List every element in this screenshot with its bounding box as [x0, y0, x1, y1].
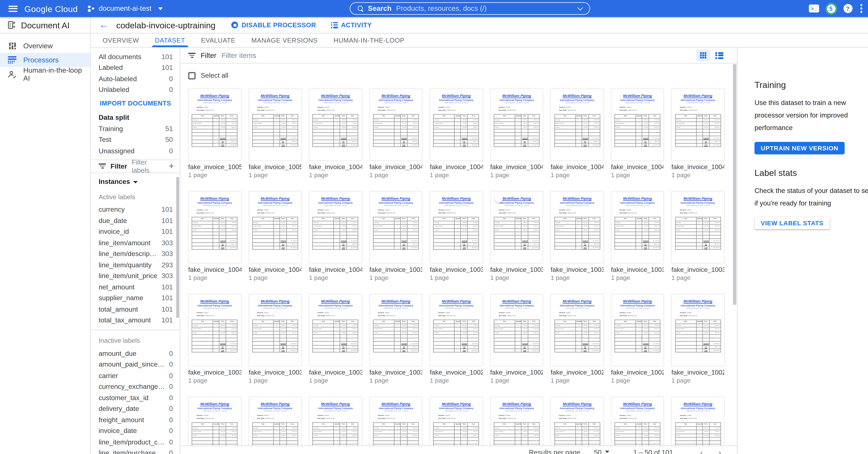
google-cloud-logo[interactable]: Google Cloud: [24, 4, 78, 13]
document-thumbnail[interactable]: McWilliam Piping International Piping Co…: [430, 191, 483, 263]
document-card[interactable]: McWilliam Piping International Piping Co…: [188, 88, 241, 178]
filter-items-input[interactable]: Filter items: [221, 52, 691, 59]
document-thumbnail[interactable]: McWilliam Piping International Piping Co…: [551, 88, 603, 161]
stat-row[interactable]: Labeled 101: [99, 62, 173, 73]
document-card[interactable]: McWilliam Piping International Piping Co…: [672, 294, 724, 384]
document-card[interactable]: McWilliam Piping International Piping Co…: [490, 191, 544, 281]
document-thumbnail[interactable]: McWilliam Piping International Piping Co…: [611, 191, 664, 263]
list-view-toggle[interactable]: [715, 52, 723, 59]
document-thumbnail[interactable]: McWilliam Piping International Piping Co…: [430, 88, 483, 161]
stat-row[interactable]: Unassigned 0: [99, 145, 173, 157]
document-thumbnail[interactable]: McWilliam Piping International Piping Co…: [369, 88, 423, 161]
stat-row[interactable]: total_amount 101: [99, 304, 173, 315]
document-card[interactable]: McWilliam Piping International Piping Co…: [611, 294, 664, 384]
document-thumbnail[interactable]: McWilliam Piping International Piping Co…: [309, 88, 362, 161]
stat-row[interactable]: currency 101: [99, 204, 173, 215]
document-card[interactable]: McWilliam Piping International Piping Co…: [672, 88, 724, 178]
tab-manage-versions[interactable]: MANAGE VERSIONS: [243, 33, 326, 47]
disable-processor-button[interactable]: DISABLE PROCESSOR: [231, 22, 316, 28]
document-thumbnail[interactable]: McWilliam Piping International Piping Co…: [672, 88, 724, 161]
page-size-select[interactable]: 50: [594, 449, 610, 454]
document-thumbnail[interactable]: McWilliam Piping International Piping Co…: [249, 88, 302, 161]
prev-page-button[interactable]: ‹: [700, 449, 703, 454]
document-thumbnail[interactable]: McWilliam Piping International Piping Co…: [551, 294, 603, 366]
stat-row[interactable]: Auto-labeled 0: [99, 73, 173, 84]
stat-row[interactable]: invoice_id 101: [99, 226, 173, 237]
document-thumbnail[interactable]: McWilliam Piping International Piping Co…: [490, 88, 544, 161]
document-card[interactable]: McWilliam Piping International Piping Co…: [430, 88, 483, 178]
document-thumbnail[interactable]: McWilliam Piping International Piping Co…: [249, 294, 302, 366]
document-thumbnail[interactable]: McWilliam Piping International Piping Co…: [672, 191, 724, 263]
document-thumbnail[interactable]: McWilliam Piping International Piping Co…: [430, 294, 483, 366]
document-card[interactable]: McWilliam Piping International Piping Co…: [551, 191, 603, 281]
stat-row[interactable]: Training 51: [99, 123, 173, 134]
search-expand-icon[interactable]: [578, 4, 583, 10]
document-card[interactable]: McWilliam Piping International Piping Co…: [551, 294, 603, 384]
document-thumbnail[interactable]: McWilliam Piping International Piping Co…: [188, 88, 241, 161]
import-documents-link[interactable]: IMPORT DOCUMENTS: [91, 95, 180, 109]
tab-evaluate[interactable]: EVALUATE: [193, 33, 243, 47]
stat-row[interactable]: delivery_date 0: [99, 403, 173, 415]
document-card[interactable]: McWilliam Piping International Piping Co…: [430, 294, 483, 384]
next-page-button[interactable]: ›: [718, 449, 721, 454]
grid-view-toggle[interactable]: [696, 49, 710, 61]
document-card[interactable]: McWilliam Piping International Piping Co…: [611, 191, 664, 281]
document-thumbnail[interactable]: McWilliam Piping International Piping Co…: [249, 191, 302, 263]
document-card[interactable]: McWilliam Piping International Piping Co…: [309, 191, 362, 281]
document-card[interactable]: McWilliam Piping International Piping Co…: [249, 294, 302, 384]
stat-row[interactable]: currency_exchange_rate 0: [99, 381, 173, 392]
document-card[interactable]: McWilliam Piping International Piping Co…: [369, 191, 423, 281]
back-button[interactable]: ←: [96, 20, 112, 30]
document-thumbnail[interactable]: McWilliam Piping International Piping Co…: [490, 294, 544, 366]
stat-row[interactable]: net_amount 101: [99, 282, 173, 293]
document-card[interactable]: McWilliam Piping International Piping Co…: [490, 294, 544, 384]
document-thumbnail[interactable]: McWilliam Piping International Piping Co…: [309, 294, 362, 366]
selection-circle-overlay[interactable]: [495, 195, 503, 203]
document-thumbnail[interactable]: McWilliam Piping International Piping Co…: [611, 88, 664, 161]
stat-row[interactable]: customer_tax_id 0: [99, 392, 173, 403]
document-thumbnail[interactable]: McWilliam Piping International Piping Co…: [369, 191, 423, 263]
document-card[interactable]: McWilliam Piping International Piping Co…: [309, 88, 362, 178]
document-thumbnail[interactable]: McWilliam Piping International Piping Co…: [188, 294, 241, 366]
project-selector[interactable]: document-ai-test: [87, 4, 163, 12]
grid-scrollbar[interactable]: [733, 64, 736, 305]
document-thumbnail[interactable]: McWilliam Piping International Piping Co…: [611, 294, 664, 366]
stat-row[interactable]: All documents 101: [99, 51, 173, 62]
document-thumbnail[interactable]: McWilliam Piping International Piping Co…: [369, 294, 423, 366]
document-card[interactable]: McWilliam Piping International Piping Co…: [188, 191, 241, 281]
help-icon[interactable]: ?: [843, 4, 852, 13]
stat-row[interactable]: line_item/unit_price 303: [99, 271, 173, 282]
stat-row[interactable]: line_item/amount 303: [99, 237, 173, 248]
document-card[interactable]: McWilliam Piping International Piping Co…: [309, 294, 362, 384]
stat-row[interactable]: line_item/purchase_order 0: [99, 448, 173, 454]
stat-row[interactable]: line_item/description 303: [99, 248, 173, 259]
add-label-icon[interactable]: +: [169, 162, 174, 171]
document-card[interactable]: McWilliam Piping International Piping Co…: [430, 191, 483, 281]
sidebar-item-overview[interactable]: Overview: [0, 38, 90, 53]
tab-human-in-the-loop[interactable]: HUMAN-IN-THE-LOOP: [326, 33, 412, 47]
document-card[interactable]: McWilliam Piping International Piping Co…: [672, 191, 724, 281]
notifications-badge[interactable]: 5: [827, 4, 835, 13]
document-thumbnail[interactable]: McWilliam Piping International Piping Co…: [309, 191, 362, 263]
document-thumbnail[interactable]: McWilliam Piping International Piping Co…: [672, 294, 724, 366]
filter-labels-input[interactable]: Filter labels: [132, 158, 164, 174]
panel-scrollbar[interactable]: [176, 177, 179, 318]
stat-row[interactable]: invoice_date 0: [99, 425, 173, 436]
stat-row[interactable]: supplier_name 101: [99, 292, 173, 304]
document-card[interactable]: McWilliam Piping International Piping Co…: [551, 88, 603, 178]
stat-row[interactable]: amount_paid_since_last_i... 0: [99, 359, 173, 370]
document-card[interactable]: McWilliam Piping International Piping Co…: [249, 191, 302, 281]
sidebar-item-processors[interactable]: Processors: [0, 53, 90, 67]
select-all-checkbox[interactable]: [188, 72, 195, 79]
stat-row[interactable]: line_item/product_code 0: [99, 436, 173, 448]
stat-row[interactable]: freight_amount 0: [99, 415, 173, 425]
tab-dataset[interactable]: DATASET: [147, 33, 193, 47]
stat-row[interactable]: carrier 0: [99, 370, 173, 381]
document-thumbnail[interactable]: McWilliam Piping International Piping Co…: [551, 191, 603, 263]
view-label-stats-button[interactable]: VIEW LABEL STATS: [754, 217, 830, 229]
search-input[interactable]: Search Products, resources, docs (/): [350, 2, 590, 15]
document-card[interactable]: McWilliam Piping International Piping Co…: [490, 88, 544, 178]
stat-row[interactable]: total_tax_amount 101: [99, 315, 173, 326]
stat-row[interactable]: amount_due 0: [99, 348, 173, 359]
document-card[interactable]: McWilliam Piping International Piping Co…: [369, 88, 423, 178]
